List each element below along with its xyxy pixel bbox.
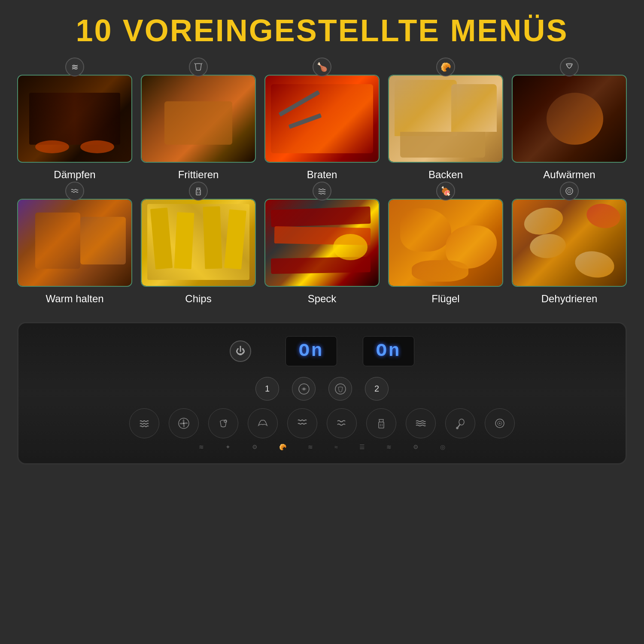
menu-item-flugel: 🍖 Flügel	[388, 189, 503, 305]
braten-icon: 🍗	[313, 58, 331, 76]
aufwarmen-icon	[560, 58, 579, 76]
menu-item-dampfen: ≋ Dämpfen	[17, 65, 132, 181]
menu-item-backen: 🥐 Backen	[388, 65, 503, 181]
icon-btn-wave[interactable]	[327, 408, 357, 438]
speck-icon	[313, 182, 331, 200]
icon-btn-chicken[interactable]	[208, 408, 238, 438]
display-zone2: On	[363, 336, 414, 366]
frittieren-icon	[189, 58, 208, 76]
svg-point-21	[499, 423, 501, 424]
frittieren-label: Frittieren	[178, 169, 219, 181]
icon-btn-bacon[interactable]	[406, 408, 436, 438]
menu-item-dehydrieren: Dehydrieren	[512, 189, 627, 305]
small-icon-7: ☰	[359, 444, 365, 450]
icon-btn-drumstick[interactable]	[445, 408, 475, 438]
icon-btn-dehydrate[interactable]	[485, 408, 515, 438]
dampfen-icon: ≋	[65, 58, 84, 76]
small-icon-5: ≋	[308, 444, 313, 450]
svg-point-12	[183, 422, 185, 424]
svg-point-7	[569, 191, 570, 191]
dampfen-label: Dämpfen	[54, 169, 95, 181]
svg-rect-14	[379, 422, 384, 428]
chips-icon	[189, 182, 208, 200]
flugel-icon: 🍖	[436, 182, 455, 200]
panel-buttons-row: 1 2	[36, 377, 608, 401]
small-icon-1: ≋	[199, 444, 204, 450]
icon-btn-fan[interactable]	[169, 408, 199, 438]
smart-guide-button[interactable]	[292, 377, 316, 401]
icon-btn-croissant[interactable]	[248, 408, 278, 438]
panel-top: ⏻ On On	[36, 336, 608, 366]
speck-label: Speck	[308, 293, 337, 305]
small-icon-4: 🥐	[279, 444, 286, 450]
power-icon: ⏻	[236, 346, 245, 357]
backen-icon: 🥐	[436, 58, 455, 76]
menu-item-frittieren: Frittieren	[141, 65, 256, 181]
flugel-label: Flügel	[431, 293, 459, 305]
dehydrieren-icon	[560, 182, 579, 200]
control-panel: ⏻ On On 1 2	[17, 322, 627, 465]
small-icon-9: ⚙	[413, 444, 419, 450]
small-icon-8: ≋	[386, 444, 392, 450]
menu-item-warmhalten: Warm halten	[17, 189, 132, 305]
menu-item-speck: Speck	[264, 189, 380, 305]
page-title: 10 VOREINGESTELLTE MENÜS	[76, 13, 568, 48]
aufwarmen-label: Aufwärmen	[543, 169, 595, 181]
svg-line-1	[201, 63, 202, 64]
icon-btn-heat[interactable]	[287, 408, 317, 438]
backen-label: Backen	[428, 169, 463, 181]
svg-line-0	[194, 63, 195, 64]
icon-btn-steam[interactable]	[129, 408, 159, 438]
icon-btn-fries[interactable]	[366, 408, 396, 438]
display-zone1: On	[286, 336, 337, 366]
svg-rect-2	[196, 190, 200, 195]
small-icon-10: ◎	[440, 444, 445, 450]
main-container: 10 VOREINGESTELLTE MENÜS ≋ Dämpfen	[0, 0, 644, 644]
easy-cook-button[interactable]	[328, 377, 352, 401]
warmhalten-icon	[65, 182, 84, 200]
panel-icons-row	[36, 408, 608, 438]
svg-point-9	[303, 388, 305, 390]
chips-label: Chips	[185, 293, 211, 305]
svg-point-10	[335, 384, 346, 394]
power-button[interactable]: ⏻	[230, 340, 251, 362]
menu-grid: ≋ Dämpfen	[17, 65, 627, 305]
dehydrieren-label: Dehydrieren	[541, 293, 598, 305]
menu-item-braten: 🍗 Braten	[264, 65, 380, 181]
small-icon-3: ⚙	[252, 444, 258, 450]
panel-small-row: ≋ ✦ ⚙ 🥐 ≋ ≈ ☰ ≋ ⚙ ◎	[36, 444, 608, 450]
menu-item-aufwarmen: Aufwärmen	[512, 65, 627, 181]
warmhalten-label: Warm halten	[46, 293, 103, 305]
zone1-button[interactable]: 1	[255, 377, 279, 401]
small-icon-6: ≈	[334, 444, 338, 450]
display-group: On On	[286, 336, 414, 366]
zone2-button[interactable]: 2	[365, 377, 389, 401]
braten-label: Braten	[307, 169, 337, 181]
small-icon-2: ✦	[225, 444, 231, 450]
menu-item-chips: Chips	[141, 189, 256, 305]
